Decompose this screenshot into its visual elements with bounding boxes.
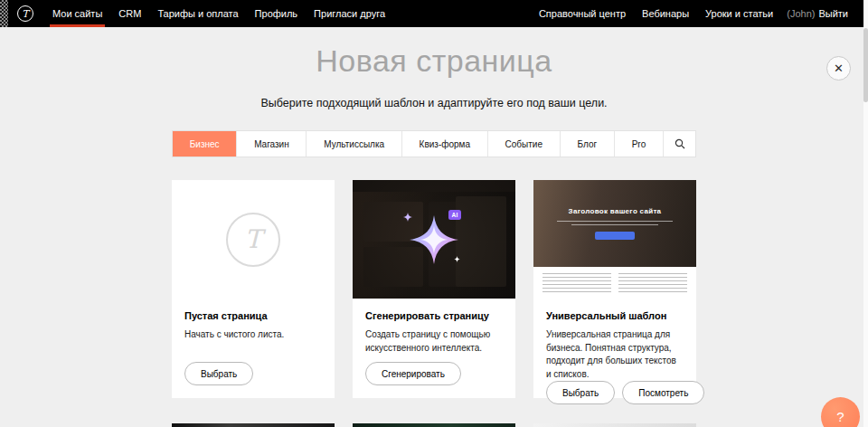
nav-invite-friend[interactable]: Пригласи друга xyxy=(306,0,393,27)
close-icon: ✕ xyxy=(834,62,844,74)
template-preview-partial[interactable] xyxy=(533,423,696,427)
tab-multilink[interactable]: Мультиссылка xyxy=(306,131,401,157)
page-scrollbar[interactable] xyxy=(863,0,868,427)
card-generate-page: AI Сгенерировать страницу Создать страни… xyxy=(353,180,515,398)
preview-site-title: Заголовок вашего сайта xyxy=(569,207,662,215)
card-description: Создать страницу с помощью искусственног… xyxy=(365,328,503,355)
ai-generate-preview[interactable]: AI xyxy=(353,180,515,299)
card-title: Сгенерировать страницу xyxy=(365,310,503,321)
template-preview-partial[interactable] xyxy=(172,423,335,427)
choose-template-button[interactable]: Выбрать xyxy=(546,381,615,404)
question-icon: ? xyxy=(836,409,844,424)
page-subtitle: Выберите подходящий шаблон и адаптируйте… xyxy=(0,97,868,109)
texture-pattern xyxy=(0,0,8,27)
tilda-mark-icon: T xyxy=(226,213,280,267)
scrollbar-thumb[interactable] xyxy=(863,28,868,102)
preview-cta-button xyxy=(595,232,635,240)
nav-my-sites[interactable]: Мои сайты xyxy=(44,0,110,27)
tilda-logo[interactable]: T xyxy=(17,5,33,22)
search-icon xyxy=(675,138,685,149)
close-button[interactable]: ✕ xyxy=(826,56,851,81)
template-category-tabs: Бизнес Магазин Мультиссылка Квиз-форма С… xyxy=(172,130,696,157)
user-name: (John) xyxy=(787,8,816,19)
template-cards-row-2 xyxy=(172,423,696,427)
top-bar: T Мои сайты CRM Тарифы и оплата Профиль … xyxy=(0,0,868,27)
tilda-logo-letter: T xyxy=(22,9,28,19)
template-preview-partial[interactable] xyxy=(353,423,515,427)
generate-button[interactable]: Сгенерировать xyxy=(365,362,461,385)
nav-lessons[interactable]: Уроки и статьи xyxy=(697,0,781,27)
small-sparkle-icon xyxy=(403,213,412,222)
nav-crm[interactable]: CRM xyxy=(110,0,149,27)
nav-left: Мои сайты CRM Тарифы и оплата Профиль Пр… xyxy=(44,0,393,27)
nav-right: Справочный центр Вебинары Уроки и статьи… xyxy=(531,0,855,27)
card-universal-template: Заголовок вашего сайта Универсальный шаб… xyxy=(533,180,696,398)
tab-event[interactable]: Событие xyxy=(487,131,560,157)
template-cards-row-1: T Пустая страница Начать с чистого листа… xyxy=(172,180,696,398)
tab-search[interactable] xyxy=(663,131,695,157)
card-blank-page: T Пустая страница Начать с чистого листа… xyxy=(172,180,335,398)
blank-page-preview[interactable]: T xyxy=(172,180,335,299)
tab-business[interactable]: Бизнес xyxy=(173,131,236,157)
card-description: Начать с чистого листа. xyxy=(184,328,322,342)
tab-pro[interactable]: Pro xyxy=(614,131,663,157)
nav-profile[interactable]: Профиль xyxy=(247,0,307,27)
card-title: Пустая страница xyxy=(184,310,322,321)
tab-shop[interactable]: Магазин xyxy=(236,131,306,157)
choose-blank-button[interactable]: Выбрать xyxy=(184,362,253,385)
tab-quiz-form[interactable]: Квиз-форма xyxy=(401,131,487,157)
small-sparkle-icon xyxy=(454,256,460,262)
universal-template-preview[interactable]: Заголовок вашего сайта xyxy=(533,180,696,299)
card-description: Универсальная страница для бизнеса. Поня… xyxy=(546,328,684,381)
nav-logout[interactable]: (John) Выйти xyxy=(781,0,855,27)
new-page-modal: ✕ Новая страница Выберите подходящий шаб… xyxy=(0,43,868,427)
view-template-button[interactable]: Посмотреть xyxy=(622,381,704,404)
nav-webinars[interactable]: Вебинары xyxy=(634,0,697,27)
tab-blog[interactable]: Блог xyxy=(560,131,614,157)
ai-badge: AI xyxy=(448,210,461,220)
card-title: Универсальный шаблон xyxy=(546,310,684,321)
nav-tariffs[interactable]: Тарифы и оплата xyxy=(149,0,246,27)
help-button[interactable]: ? xyxy=(821,397,860,427)
logout-link[interactable]: Выйти xyxy=(816,8,850,19)
nav-help-center[interactable]: Справочный центр xyxy=(531,0,634,27)
sparkle-star-icon xyxy=(410,215,458,264)
page-title: Новая страница xyxy=(0,43,868,79)
